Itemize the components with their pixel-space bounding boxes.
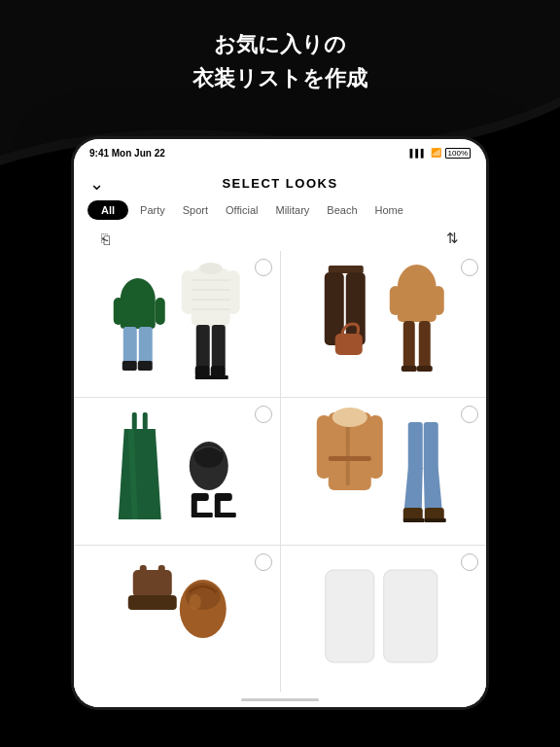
svg-rect-33 — [416, 366, 432, 372]
battery-icon: 100% — [445, 148, 471, 159]
svg-rect-25 — [334, 334, 362, 355]
svg-rect-46 — [368, 415, 382, 479]
tab-beach[interactable]: Beach — [321, 200, 363, 220]
outfit-3-svg — [84, 408, 270, 534]
tab-official[interactable]: Official — [220, 200, 263, 220]
svg-rect-5 — [139, 327, 153, 364]
outfit-cell-6[interactable] — [281, 546, 487, 692]
wifi-icon: 📶 — [431, 148, 441, 158]
svg-point-37 — [194, 445, 224, 468]
svg-rect-22 — [328, 266, 363, 273]
svg-rect-49 — [328, 456, 370, 461]
signal-icon: ▌▌▌ — [410, 149, 427, 158]
svg-rect-59 — [128, 595, 177, 610]
svg-rect-58 — [158, 565, 165, 577]
svg-rect-31 — [418, 321, 430, 370]
top-nav: ⌄ SELECT LOOKS — [74, 166, 486, 196]
looks-grid — [74, 251, 486, 692]
svg-rect-17 — [212, 325, 226, 369]
back-button[interactable]: ⌄ — [89, 173, 104, 195]
outfit-cell-5[interactable] — [74, 546, 280, 692]
svg-rect-3 — [156, 298, 165, 325]
header-line1: お気に入りの — [0, 27, 560, 61]
svg-rect-30 — [402, 321, 414, 370]
tab-all[interactable]: All — [88, 200, 128, 220]
svg-rect-27 — [397, 288, 436, 322]
svg-rect-28 — [389, 286, 401, 315]
select-circle-1[interactable] — [255, 259, 272, 276]
svg-rect-57 — [140, 565, 147, 577]
nav-title: SELECT LOOKS — [222, 176, 337, 191]
category-tabs: All Party Sport Official Military Beach … — [74, 196, 486, 226]
home-bar — [241, 698, 319, 701]
svg-rect-2 — [114, 298, 123, 325]
svg-rect-16 — [196, 325, 210, 369]
filter-bar: ⎗ ⇅ — [74, 226, 486, 251]
svg-rect-40 — [192, 513, 213, 517]
status-icons: ▌▌▌ 📶 100% — [410, 148, 471, 159]
select-circle-5[interactable] — [255, 553, 272, 571]
outfit-6-svg — [291, 555, 477, 682]
outfit-cell-4[interactable] — [281, 398, 487, 544]
sort-icon[interactable]: ⇅ — [446, 230, 459, 247]
svg-rect-21 — [211, 375, 228, 379]
tab-military[interactable]: Military — [269, 200, 315, 220]
status-time: 9:41 Mon Jun 22 — [89, 148, 165, 159]
status-bar: 9:41 Mon Jun 22 ▌▌▌ 📶 100% — [74, 139, 486, 166]
svg-rect-56 — [133, 570, 172, 597]
svg-point-15 — [199, 263, 223, 274]
svg-rect-29 — [432, 286, 443, 315]
svg-rect-51 — [423, 422, 438, 471]
filter-icon[interactable]: ⎗ — [101, 231, 110, 247]
svg-rect-55 — [424, 518, 445, 522]
svg-rect-54 — [402, 518, 424, 522]
select-circle-6[interactable] — [461, 553, 478, 571]
tab-party[interactable]: Party — [134, 200, 171, 220]
svg-rect-6 — [122, 361, 137, 371]
svg-rect-43 — [215, 513, 236, 517]
svg-rect-34 — [132, 412, 137, 430]
svg-rect-63 — [325, 570, 373, 662]
tab-sport[interactable]: Sport — [177, 200, 214, 220]
svg-rect-50 — [407, 422, 422, 471]
svg-rect-42 — [215, 499, 221, 514]
svg-rect-32 — [401, 366, 416, 372]
svg-rect-10 — [227, 270, 240, 314]
svg-rect-4 — [123, 327, 137, 364]
svg-rect-39 — [192, 499, 197, 514]
select-circle-3[interactable] — [255, 406, 272, 423]
svg-rect-35 — [143, 412, 148, 430]
svg-rect-9 — [182, 270, 195, 314]
outfit-4-svg — [291, 408, 477, 534]
outfit-cell-3[interactable] — [74, 398, 280, 544]
ipad-frame: 9:41 Mon Jun 22 ▌▌▌ 📶 100% ⌄ SELECT LOOK… — [71, 136, 489, 710]
outfit-cell-1[interactable] — [74, 251, 280, 397]
outfit-1-svg — [84, 261, 270, 387]
svg-rect-64 — [383, 570, 437, 662]
select-circle-2[interactable] — [461, 259, 478, 276]
svg-rect-45 — [316, 415, 331, 479]
home-indicator — [74, 692, 486, 707]
svg-point-62 — [190, 594, 201, 610]
svg-rect-7 — [138, 361, 153, 371]
svg-rect-1 — [121, 300, 156, 329]
svg-rect-20 — [195, 375, 213, 379]
header-line2: 衣装リストを作成 — [0, 61, 560, 95]
svg-rect-8 — [192, 268, 230, 327]
app-screen: ⌄ SELECT LOOKS All Party Sport Official … — [74, 166, 486, 707]
outfit-cell-2[interactable] — [281, 251, 487, 397]
tab-home[interactable]: Home — [369, 200, 409, 220]
outfit-2-svg — [291, 261, 477, 387]
outfit-5-svg — [84, 555, 270, 682]
svg-point-47 — [332, 408, 367, 427]
